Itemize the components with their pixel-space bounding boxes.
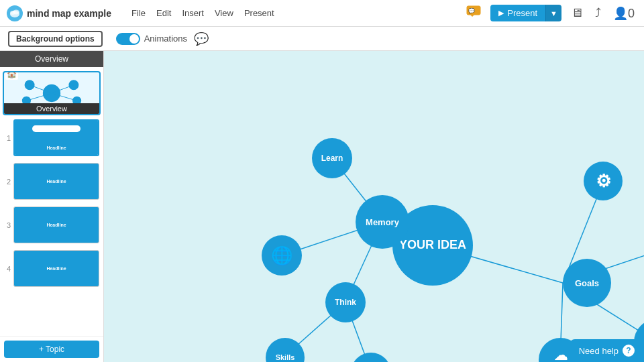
- slide-num-2: 2: [4, 178, 13, 186]
- logo-icon: [7, 5, 23, 21]
- globe-icon: 🌐: [271, 245, 292, 266]
- sidebar: Overview Overview 🏠: [0, 51, 104, 362]
- slide-item-3[interactable]: 3 Headline: [3, 205, 101, 245]
- slide-item-4[interactable]: 4 Headline: [3, 249, 101, 288]
- top-bar: mind map example File Edit Insert View P…: [0, 0, 644, 27]
- users-button[interactable]: 👤0: [610, 3, 637, 23]
- home-icon: 🏠: [5, 71, 18, 80]
- animations-toggle-wrap: Animations: [116, 33, 187, 45]
- sidebar-footer: + Topic: [0, 336, 103, 362]
- gear-icon: ⚙: [596, 171, 611, 192]
- node-goals[interactable]: Goals: [563, 259, 611, 307]
- background-options-button[interactable]: Background options: [8, 31, 103, 47]
- nav-menu: File Edit Insert View Present: [131, 8, 274, 18]
- help-icon: ?: [623, 345, 635, 357]
- svg-text:💬: 💬: [468, 7, 475, 14]
- nav-file[interactable]: File: [131, 8, 146, 18]
- app-title: mind map example: [27, 8, 111, 19]
- svg-point-7: [25, 80, 35, 90]
- nav-insert[interactable]: Insert: [182, 8, 204, 18]
- slide-thumb-3: Headline: [13, 206, 99, 243]
- need-help-button[interactable]: Need help ?: [570, 339, 644, 362]
- slide-thumb-4: Headline: [13, 250, 99, 287]
- nav-present[interactable]: Present: [244, 8, 274, 18]
- slide-num-3: 3: [4, 221, 13, 229]
- present-button[interactable]: ▶ Present: [490, 5, 545, 21]
- present-button-group: ▶ Present ▼: [490, 5, 561, 21]
- top-bar-right: 💬 ▶ Present ▼ 🖥 ⤴ 👤0: [464, 3, 637, 23]
- sidebar-slides: Overview 🏠 1 Headline: [0, 67, 103, 336]
- display-button[interactable]: 🖥: [568, 3, 586, 23]
- nav-edit[interactable]: Edit: [156, 8, 171, 18]
- slide-thumb-2: Headline: [13, 163, 99, 200]
- toolbar: Background options Animations 💬: [0, 27, 644, 51]
- animations-toggle[interactable]: [116, 33, 140, 45]
- add-topic-button[interactable]: + Topic: [4, 341, 99, 358]
- node-learn[interactable]: Learn: [312, 138, 352, 178]
- canvas[interactable]: YOUR IDEA Memory Learn 🌐 Think Skills Sh…: [104, 51, 644, 362]
- slide-num-1: 1: [4, 134, 13, 142]
- svg-point-2: [13, 9, 19, 14]
- comments-button[interactable]: 💬: [464, 3, 484, 23]
- node-think[interactable]: Think: [325, 282, 366, 322]
- sidebar-header: Overview: [0, 51, 103, 67]
- slide-item-1[interactable]: 1 Headline: [3, 118, 101, 158]
- app-logo: mind map example: [7, 5, 111, 21]
- overview-thumbnail[interactable]: Overview 🏠: [3, 71, 101, 115]
- present-dropdown-button[interactable]: ▼: [545, 5, 561, 21]
- main-area: Overview Overview 🏠: [0, 51, 644, 362]
- share-button[interactable]: ⤴: [592, 3, 604, 23]
- node-gear[interactable]: ⚙: [584, 162, 623, 200]
- chat-icon[interactable]: 💬: [194, 32, 209, 46]
- node-memory[interactable]: Memory: [356, 195, 409, 249]
- present-label: Present: [507, 8, 537, 18]
- node-globe[interactable]: 🌐: [262, 235, 302, 276]
- nav-view[interactable]: View: [215, 8, 233, 18]
- slide-num-4: 4: [4, 265, 13, 273]
- animations-label: Animations: [144, 34, 187, 44]
- slide-item-2[interactable]: 2 Headline: [3, 162, 101, 201]
- slide-thumb-1: Headline: [13, 119, 99, 156]
- overview-label: Overview: [4, 103, 99, 114]
- cloud-icon: ☁: [554, 347, 568, 363]
